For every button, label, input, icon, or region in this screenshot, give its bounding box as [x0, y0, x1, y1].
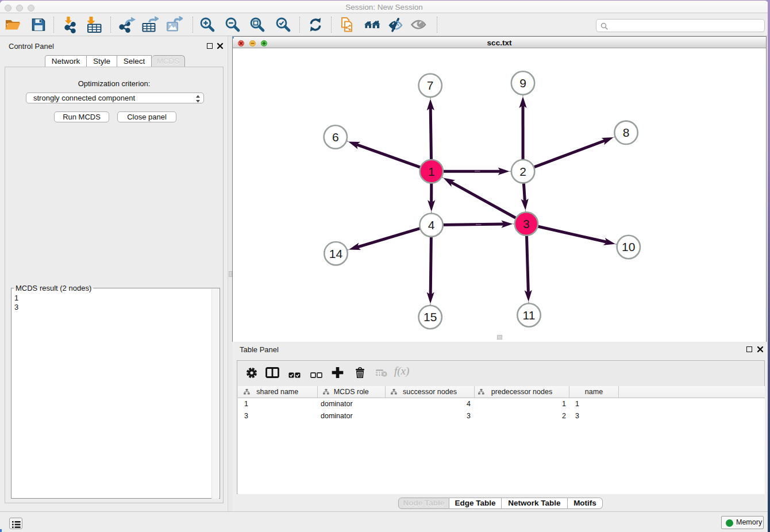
svg-text:8: 8 [623, 126, 630, 139]
svg-text:2: 2 [519, 165, 526, 178]
svg-text:10: 10 [622, 240, 635, 253]
svg-text:15: 15 [424, 310, 437, 323]
svg-text:6: 6 [332, 130, 339, 144]
svg-text:7: 7 [427, 79, 434, 92]
svg-text:1: 1 [428, 165, 435, 178]
svg-text:14: 14 [329, 247, 343, 260]
svg-text:3: 3 [523, 217, 530, 230]
svg-text:9: 9 [519, 76, 526, 90]
svg-text:11: 11 [523, 309, 536, 322]
svg-text:4: 4 [428, 218, 435, 232]
